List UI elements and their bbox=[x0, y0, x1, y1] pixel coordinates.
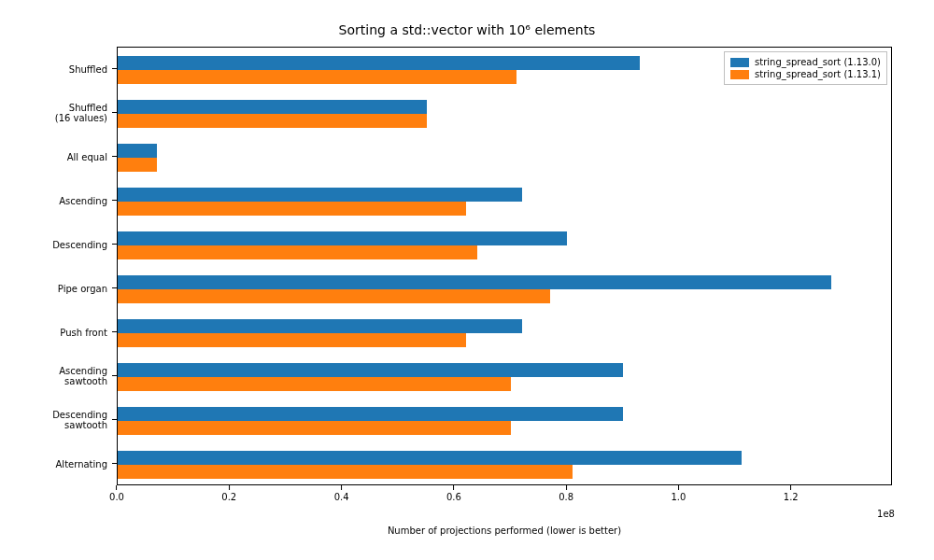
legend-label-1: string_spread_sort (1.13.1) bbox=[755, 69, 881, 79]
chart-container: Sorting a std::vector with 10⁶ elements … bbox=[0, 0, 934, 560]
y-tick-label-2: All equal bbox=[5, 151, 107, 161]
bar-1-8 bbox=[118, 421, 511, 435]
x-tick-label-3: 0.6 bbox=[446, 492, 461, 502]
legend-swatch-1 bbox=[730, 70, 749, 79]
legend-swatch-0 bbox=[730, 58, 749, 67]
bar-1-3 bbox=[118, 202, 466, 216]
x-tick-label-4: 0.8 bbox=[559, 492, 573, 502]
x-tick-label-2: 0.4 bbox=[334, 492, 349, 502]
y-tick-mark-5 bbox=[112, 287, 117, 288]
x-axis-exponent: 1e8 bbox=[877, 509, 895, 519]
x-tick-1: 0.2 bbox=[221, 485, 236, 502]
bar-1-0 bbox=[118, 70, 517, 84]
bar-1-4 bbox=[118, 245, 477, 259]
bar-0-3 bbox=[118, 188, 522, 202]
y-tick-label-8: Descending sawtooth bbox=[5, 410, 107, 430]
legend: string_spread_sort (1.13.0) string_sprea… bbox=[724, 51, 887, 85]
y-tick-mark-9 bbox=[112, 463, 117, 464]
y-tick-mark-7 bbox=[112, 375, 117, 376]
bar-0-6 bbox=[118, 319, 522, 333]
y-tick-mark-2 bbox=[112, 156, 117, 157]
bar-0-7 bbox=[118, 363, 623, 377]
bar-0-2 bbox=[118, 144, 157, 158]
y-tick-label-5: Pipe organ bbox=[5, 283, 107, 293]
plot-area: string_spread_sort (1.13.0) string_sprea… bbox=[117, 47, 892, 485]
bar-1-7 bbox=[118, 377, 511, 391]
chart-title: Sorting a std::vector with 10⁶ elements bbox=[0, 22, 934, 37]
x-tick-label-0: 0.0 bbox=[109, 492, 124, 502]
y-tick-mark-3 bbox=[112, 200, 117, 201]
y-tick-mark-0 bbox=[112, 68, 117, 69]
bars-layer bbox=[118, 48, 891, 484]
bar-0-4 bbox=[118, 231, 567, 245]
y-tick-label-9: Alternating bbox=[5, 458, 107, 469]
bar-1-1 bbox=[118, 114, 427, 128]
y-tick-label-4: Descending bbox=[5, 239, 107, 249]
y-tick-label-3: Ascending bbox=[5, 195, 107, 205]
bar-0-9 bbox=[118, 451, 742, 465]
x-axis-label: Number of projections performed (lower i… bbox=[117, 525, 892, 536]
y-tick-label-0: Shuffled bbox=[5, 63, 107, 74]
x-tick-6: 1.2 bbox=[784, 485, 799, 502]
x-tick-2: 0.4 bbox=[334, 485, 349, 502]
bar-0-8 bbox=[118, 407, 623, 421]
x-tick-5: 1.0 bbox=[671, 485, 686, 502]
bar-1-5 bbox=[118, 289, 550, 303]
y-tick-mark-1 bbox=[112, 112, 117, 113]
bar-1-2 bbox=[118, 158, 157, 172]
y-tick-mark-4 bbox=[112, 244, 117, 245]
bar-0-0 bbox=[118, 56, 640, 70]
x-tick-label-6: 1.2 bbox=[784, 492, 799, 502]
bar-1-6 bbox=[118, 333, 466, 347]
legend-entry-0: string_spread_sort (1.13.0) bbox=[730, 56, 881, 68]
x-tick-0: 0.0 bbox=[109, 485, 124, 502]
y-tick-mark-8 bbox=[112, 419, 117, 420]
legend-entry-1: string_spread_sort (1.13.1) bbox=[730, 68, 881, 80]
legend-label-0: string_spread_sort (1.13.0) bbox=[755, 57, 881, 67]
y-tick-label-7: Ascending sawtooth bbox=[5, 366, 107, 386]
y-tick-label-1: Shuffled (16 values) bbox=[5, 103, 107, 123]
y-tick-label-6: Push front bbox=[5, 327, 107, 337]
bar-0-5 bbox=[118, 275, 831, 289]
bar-1-9 bbox=[118, 465, 573, 479]
x-tick-4: 0.8 bbox=[559, 485, 573, 502]
x-tick-label-5: 1.0 bbox=[671, 492, 686, 502]
x-tick-label-1: 0.2 bbox=[221, 492, 236, 502]
y-tick-mark-6 bbox=[112, 331, 117, 332]
x-tick-3: 0.6 bbox=[446, 485, 461, 502]
bar-0-1 bbox=[118, 100, 427, 114]
